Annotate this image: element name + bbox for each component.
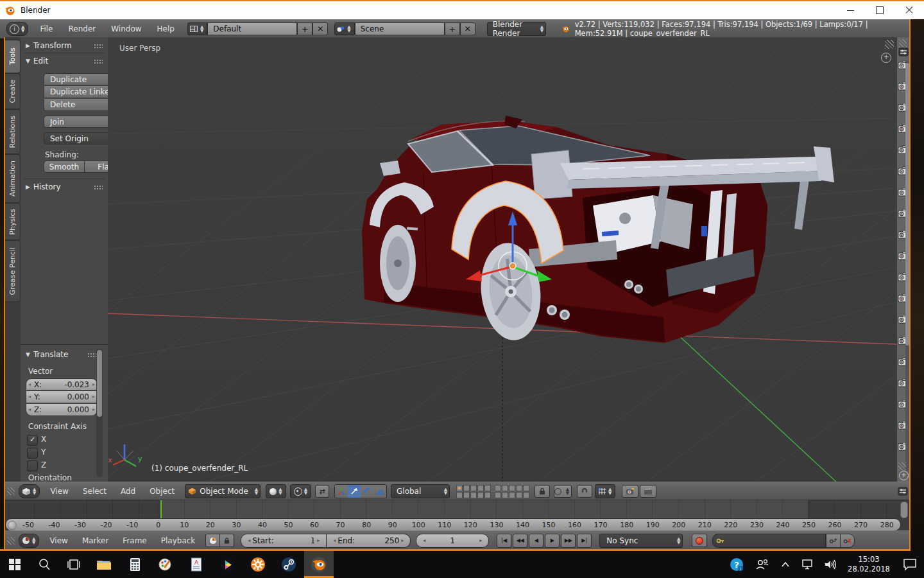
shade-flat-button[interactable]: Flat [85,161,108,173]
delete-scene-button[interactable]: ✕ [460,22,475,35]
tab-grease-pencil[interactable]: Grease Pencil [5,240,21,302]
editor-type-selector[interactable]: ▲▼ [19,534,39,548]
blender-taskbar-button[interactable] [304,551,334,578]
tray-expand-button[interactable] [775,561,796,568]
delete-layout-button[interactable]: ✕ [312,22,328,35]
constraint-y-checkbox[interactable] [27,448,38,459]
start-button[interactable] [0,551,30,578]
transform-orientation-dropdown[interactable]: Global ▲▼ [391,484,450,498]
corner-resize-grip[interactable] [899,39,907,47]
search-button[interactable] [30,551,59,578]
jump-to-end-button[interactable]: ▶| [577,534,592,548]
playhead[interactable] [160,500,162,518]
layer-toggle[interactable] [456,485,463,491]
constraint-x-checkbox[interactable]: ✓ [27,435,38,446]
manipulate-centers-button[interactable]: ⇄ [315,485,329,498]
realtime-playback-toggle[interactable] [205,534,220,547]
panel-transform[interactable]: ▶Transform [26,41,72,50]
snap-element-dropdown[interactable]: ▲▼ [595,484,615,498]
layer-toggle[interactable] [463,492,470,498]
corner-resize-grip[interactable] [7,487,15,495]
corner-resize-grip[interactable] [898,462,906,470]
layer-toggle[interactable] [477,492,484,498]
delete-keyframe-button[interactable] [841,534,855,548]
layer-toggle[interactable] [502,492,508,498]
network-tray-button[interactable] [796,559,819,570]
lock-to-scene-button[interactable] [535,485,550,498]
render-engine-dropdown[interactable]: Blender Render ▲▼ [487,22,547,36]
vector-x-field[interactable]: ◂X:-0.023▸ [26,378,98,390]
scene-name-field[interactable]: Scene [355,22,445,35]
layer-toggle[interactable] [470,485,477,491]
vector-y-field[interactable]: ◂Y:0.000▸ [26,391,98,403]
action-center-button[interactable] [896,558,924,571]
menu-tl-frame[interactable]: Frame [120,536,149,545]
record-button[interactable] [692,534,707,547]
timeline-editor[interactable]: -50-40-30-20-100102030405060708090100110… [5,500,909,531]
layer-toggle[interactable] [516,485,522,491]
screen-layout-selector[interactable]: ▲▼ Default + ✕ [187,22,328,35]
manipulator-toggle[interactable] [335,485,348,498]
scrollbar-thumb[interactable] [97,350,102,417]
duplicate-linked-button[interactable]: Duplicate Linked [44,86,108,98]
vector-z-field[interactable]: ◂Z:0.000▸ [26,404,98,416]
people-tray-button[interactable] [749,558,775,571]
rotate-manipulator-button[interactable] [361,485,373,498]
constraint-z-checkbox[interactable] [27,460,38,471]
menu-help[interactable]: Help [155,24,177,33]
corner-resize-grip[interactable] [7,537,15,545]
layer-toggle[interactable] [516,492,522,498]
close-button[interactable] [894,1,924,19]
translate-manipulator-button[interactable] [348,485,361,498]
snap-toggle-button[interactable] [577,485,592,498]
media-player-button[interactable] [212,551,243,578]
join-button[interactable]: Join [44,116,108,128]
settings-app-button[interactable] [243,551,273,578]
scale-manipulator-button[interactable] [373,485,386,498]
panel-history[interactable]: ▶History [26,182,61,191]
menu-view[interactable]: View [47,487,71,496]
prev-keyframe-button[interactable]: ◀◀ [513,534,527,548]
jump-to-start-button[interactable]: |◀ [497,534,511,548]
panel-translate[interactable]: ▼Translate [26,350,68,359]
layer-toggle[interactable] [470,492,477,498]
tab-relations[interactable]: Relations [5,109,21,154]
panel-drag-dots[interactable] [87,353,96,357]
tab-physics[interactable]: Physics [5,203,21,240]
layout-name-field[interactable]: Default [207,22,297,35]
help-tray-button[interactable]: ?i [724,557,749,572]
menu-render[interactable]: Render [65,24,98,33]
task-view-button[interactable] [59,551,89,578]
volume-tray-button[interactable] [819,559,842,570]
plus-icon[interactable]: + [899,471,909,480]
shelf-scrollbar[interactable] [96,349,103,477]
editor-type-selector[interactable]: i ▲▼ [6,22,28,36]
opengl-render-button[interactable] [622,485,638,498]
frame-start-field[interactable]: ◂ Start: 1 ▸ [241,534,327,548]
play-reverse-button[interactable]: ◀ [529,534,543,548]
menu-select[interactable]: Select [80,487,109,496]
add-scene-button[interactable]: + [445,22,460,35]
steam-button[interactable] [273,551,304,578]
layer-toggle[interactable] [495,492,501,498]
insert-keyframe-button[interactable] [826,534,841,548]
play-button[interactable]: ▶ [545,534,560,548]
menu-file[interactable]: File [37,24,55,33]
menu-add[interactable]: Add [118,487,138,496]
tab-tools[interactable]: Tools [5,40,21,73]
layer-toggle[interactable] [463,485,470,491]
layer-toggle[interactable] [484,485,491,491]
panel-drag-dots[interactable] [94,44,103,48]
pivot-dropdown[interactable]: ▲▼ [290,484,311,498]
scroller-knob[interactable] [8,521,17,530]
layer-toggle[interactable] [509,492,515,498]
layer-toggle[interactable] [502,485,508,491]
proportional-edit-dropdown[interactable]: ▲▼ [554,485,572,498]
corner-resize-grip[interactable] [885,40,894,49]
menu-tl-view[interactable]: View [47,536,70,545]
duplicate-button[interactable]: Duplicate [44,73,108,85]
menu-tl-marker[interactable]: Marker [80,536,111,545]
taskbar-clock[interactable]: 15:03 28.02.2018 [842,555,896,574]
layer-toggle[interactable] [456,492,463,498]
file-explorer-button[interactable] [89,551,119,578]
